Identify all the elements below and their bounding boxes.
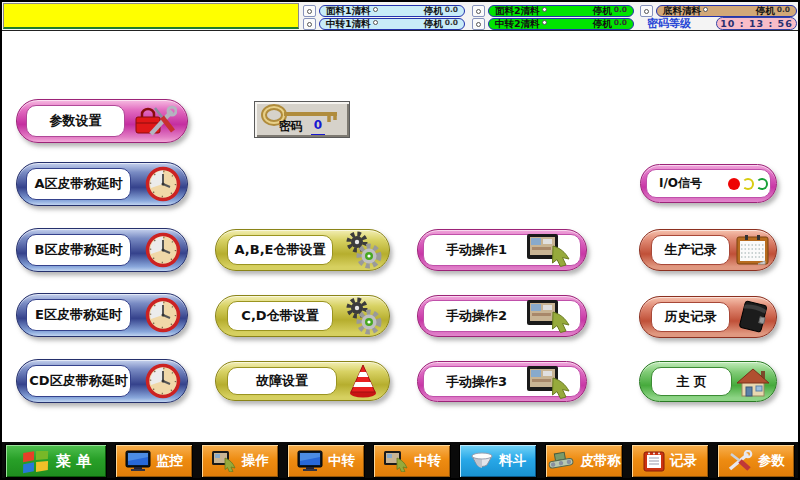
status-label: 底料清料 — [663, 5, 701, 18]
indicator-lamp-4 — [303, 18, 316, 30]
main-area: 参数设置 A区皮带称延时 — [2, 32, 798, 442]
taskbar-operate[interactable]: 操作 — [201, 444, 279, 478]
yellow-light-icon — [742, 178, 754, 190]
lamp-dot-icon — [476, 22, 481, 27]
production-record-button[interactable]: 生产记录 — [639, 229, 777, 271]
taskbar-label: 记录 — [670, 452, 697, 470]
touch-icon — [211, 450, 237, 472]
taskbar-transfer-1[interactable]: 中转 — [287, 444, 365, 478]
button-label: A区皮带称延时 — [34, 175, 122, 193]
taskbar-label: 操作 — [242, 452, 269, 470]
calendar-icon — [736, 234, 770, 266]
house-icon — [735, 366, 771, 398]
taskbar-label: 料斗 — [499, 452, 526, 470]
hmi-screen: 面料1清料 停机0.0 面料2清料 停机0.0 底料清料 停机0.0 中转1清料… — [0, 0, 800, 480]
button-label: I/O信号 — [659, 175, 702, 192]
belt-delay-a-button[interactable]: A区皮带称延时 — [16, 162, 188, 206]
button-label: E区皮带称延时 — [35, 306, 122, 324]
taskbar-record[interactable]: 记录 — [631, 444, 709, 478]
status-state: 停机 — [756, 5, 775, 18]
password-button[interactable]: 密码 0 — [254, 101, 350, 138]
manual-op-1-button[interactable]: 手动操作1 — [417, 229, 587, 271]
status-state: 停机 — [424, 5, 443, 18]
status-fabric2: 面料2清料 停机0.0 — [488, 5, 634, 17]
password-value: 0 — [311, 118, 325, 135]
password-label: 密码 — [279, 118, 303, 135]
windows-logo-icon — [21, 447, 51, 475]
taskbar-label: 监控 — [156, 452, 183, 470]
status-value: 0.0 — [445, 18, 458, 27]
button-label: 主 页 — [676, 373, 707, 391]
param-settings-button[interactable]: 参数设置 — [16, 99, 188, 143]
tools-icon — [727, 450, 753, 472]
button-label: 手动操作3 — [446, 373, 507, 391]
io-signal-button[interactable]: I/O信号 — [640, 164, 777, 203]
taskbar-menu[interactable]: 菜 单 — [5, 444, 107, 478]
button-label: 手动操作2 — [446, 307, 507, 325]
bin-belt-abe-button[interactable]: A,B,E仓带设置 — [215, 229, 390, 271]
button-label: 手动操作1 — [446, 241, 507, 259]
indicator-lamp-5 — [472, 18, 485, 30]
belt-delay-e-button[interactable]: E区皮带称延时 — [16, 293, 188, 337]
lamp-dot-icon — [307, 22, 312, 27]
touchscreen-icon — [526, 365, 572, 399]
monitor-icon — [125, 450, 151, 472]
lamp-dot-icon — [476, 9, 481, 14]
taskbar-transfer-2[interactable]: 中转 — [373, 444, 451, 478]
status-state: 停机 — [424, 18, 443, 31]
status-state: 停机 — [593, 5, 612, 18]
alarm-banner — [3, 3, 299, 29]
status-label: 面料1清料 — [326, 5, 371, 18]
taskbar-label: 参数 — [758, 452, 785, 470]
status-fabric1: 面料1清料 停机0.0 — [319, 5, 465, 17]
clock: 10 : 13 : 56 — [716, 17, 797, 30]
button-label: 历史记录 — [665, 308, 717, 326]
status-label: 面料2清料 — [495, 5, 540, 18]
clock-icon — [145, 166, 181, 202]
bin-belt-cd-button[interactable]: C,D仓带设置 — [215, 295, 390, 337]
touch-icon — [383, 450, 409, 472]
hopper-icon — [470, 451, 494, 471]
button-label: 生产记录 — [665, 241, 717, 259]
gears-icon — [342, 297, 382, 335]
taskbar-param[interactable]: 参数 — [717, 444, 795, 478]
status-state: 停机 — [593, 18, 612, 31]
status-label: 中转1清料 — [326, 18, 371, 31]
taskbar: 菜 单 监控 操作 — [2, 442, 798, 480]
clock-icon — [145, 363, 181, 399]
button-label: CD区皮带称延时 — [29, 372, 127, 390]
fault-settings-button[interactable]: 故障设置 — [215, 361, 390, 401]
button-label: B区皮带称延时 — [35, 241, 123, 259]
lamp-dot-icon — [373, 7, 378, 12]
taskbar-label: 菜 单 — [56, 452, 91, 471]
button-label: A,B,E仓带设置 — [235, 241, 326, 259]
taskbar-monitor[interactable]: 监控 — [115, 444, 193, 478]
indicator-lamp-2 — [472, 5, 485, 17]
taskbar-label: 中转 — [328, 452, 355, 470]
home-button[interactable]: 主 页 — [639, 361, 777, 402]
status-label: 中转2清料 — [495, 18, 540, 31]
status-base: 底料清料 停机0.0 — [656, 5, 797, 17]
green-light-icon — [756, 178, 768, 190]
clock-icon — [145, 232, 181, 268]
status-transfer1: 中转1清料 停机0.0 — [319, 18, 465, 30]
lamp-dot-icon — [307, 9, 312, 14]
status-value: 0.0 — [614, 5, 627, 14]
belt-delay-b-button[interactable]: B区皮带称延时 — [16, 228, 188, 272]
status-value: 0.0 — [614, 18, 627, 27]
book-icon — [735, 299, 771, 335]
clock-icon — [145, 297, 181, 333]
belt-delay-cd-button[interactable]: CD区皮带称延时 — [16, 359, 188, 403]
manual-op-2-button[interactable]: 手动操作2 — [417, 295, 587, 337]
touchscreen-icon — [526, 299, 572, 333]
history-record-button[interactable]: 历史记录 — [639, 296, 777, 338]
traffic-lights-icon — [726, 178, 768, 190]
password-level-label: 密码等级 — [647, 18, 715, 30]
taskbar-belt-scale[interactable]: 皮带称 — [545, 444, 623, 478]
taskbar-hopper[interactable]: 料斗 — [459, 444, 537, 478]
taskbar-label: 皮带称 — [580, 452, 621, 470]
manual-op-3-button[interactable]: 手动操作3 — [417, 361, 587, 402]
gears-icon — [342, 231, 382, 269]
status-value: 0.0 — [445, 5, 458, 14]
lamp-dot-icon — [644, 9, 649, 14]
